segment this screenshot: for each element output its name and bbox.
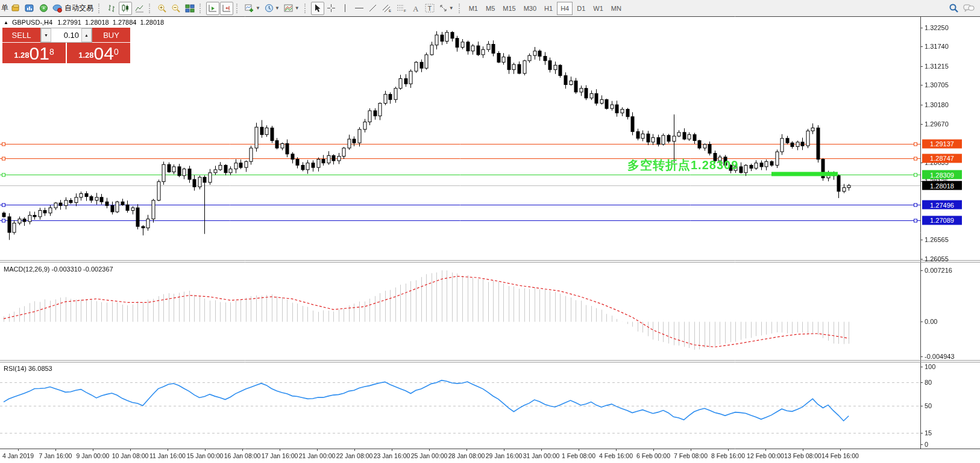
macd-signal-value: -0.002367: [83, 266, 113, 273]
time-axis-label: 22 Jan 08:00: [336, 452, 373, 459]
chat-bubbles-icon: [963, 4, 975, 13]
sell-price-display[interactable]: 1.28 01 8: [2, 43, 66, 63]
buy-price-display[interactable]: 1.28 04 0: [67, 43, 130, 63]
price-chart-canvas[interactable]: [0, 0, 980, 463]
svg-text:T: T: [427, 5, 432, 12]
rsi-indicator-label: RSI(14) 36.0853: [4, 365, 52, 372]
bar-chart-type-button[interactable]: [105, 2, 118, 15]
dropdown-arrow-icon: ▼: [295, 5, 300, 11]
time-axis-label: 12 Feb 00:00: [747, 452, 784, 459]
cursor-button[interactable]: [311, 2, 324, 15]
chat-button[interactable]: [961, 2, 976, 15]
candlestick-chart-type-button[interactable]: [119, 2, 132, 15]
channel-icon: E: [382, 4, 392, 13]
line-chart-type-button[interactable]: [133, 2, 146, 15]
toolbar-grip: [304, 4, 309, 13]
horizontal-line-tool[interactable]: [353, 2, 366, 15]
new-order-button[interactable]: 单: [1, 3, 8, 13]
main-toolbar: 单 自动交易 ▼ ▼: [0, 0, 980, 16]
one-click-trading-panel: SELL ▼ 0.10 ▲ BUY 1.28 01 8 1.28 04 0: [2, 28, 130, 63]
auto-scroll-button[interactable]: [206, 2, 219, 15]
new-chart-icon[interactable]: [9, 2, 22, 15]
indicators-button[interactable]: ▼: [243, 2, 262, 15]
buy-price-big: 04: [94, 45, 114, 62]
time-axis-label: 23 Jan 16:00: [374, 452, 410, 459]
macd-axis-tick: 0.007216: [925, 267, 952, 274]
text-label-tool[interactable]: T: [423, 2, 436, 15]
search-button[interactable]: [947, 2, 961, 15]
autotrading-label: 自动交易: [64, 3, 93, 13]
toolbar-grip: [98, 4, 102, 13]
buy-button[interactable]: BUY: [92, 28, 130, 43]
volume-decrease-button[interactable]: ▼: [41, 28, 51, 42]
autotrading-button[interactable]: 自动交易: [51, 2, 95, 15]
rsi-value: 36.0853: [28, 365, 52, 372]
sell-price-prefix: 1.28: [14, 49, 29, 62]
sell-button[interactable]: SELL: [2, 28, 40, 43]
timeframe-h4[interactable]: H4: [557, 2, 573, 15]
zoom-in-icon: [157, 4, 167, 13]
time-axis-label: 29 Jan 16:00: [486, 452, 523, 459]
time-axis-label: 9 Jan 00:00: [77, 452, 110, 459]
price-line-badge: 1.27089: [922, 216, 962, 225]
timeframe-w1[interactable]: W1: [589, 2, 607, 15]
timeframe-d1[interactable]: D1: [573, 2, 589, 15]
horizontal-line-icon: [354, 5, 364, 11]
zoom-out-button[interactable]: [169, 2, 183, 15]
arrows-tool[interactable]: ▼: [437, 2, 456, 15]
tile-windows-button[interactable]: [183, 2, 196, 15]
text-label-icon: T: [425, 4, 435, 13]
market-watch-icon[interactable]: [37, 2, 50, 15]
svg-text:E: E: [389, 9, 391, 13]
volume-increase-button[interactable]: ▲: [81, 28, 92, 42]
rsi-axis-tick: 50: [925, 402, 932, 409]
templates-button[interactable]: ▼: [282, 2, 301, 15]
autotrading-icon: [52, 4, 63, 13]
price-axis-tick: 1.26055: [925, 255, 949, 263]
equidistant-channel-tool[interactable]: E: [380, 2, 394, 15]
dropdown-arrow-icon: ▼: [449, 5, 454, 11]
quote-high: 1.28018: [85, 19, 109, 26]
zoom-in-button[interactable]: [155, 2, 169, 15]
rsi-name: RSI(14): [4, 365, 27, 372]
trendline-tool[interactable]: [366, 2, 380, 15]
quote-open: 1.27991: [57, 19, 81, 26]
price-line-badge: 1.27496: [922, 200, 962, 210]
time-axis-label: 7 Feb 08:00: [674, 452, 708, 459]
vertical-line-tool[interactable]: [339, 2, 352, 15]
time-axis-label: 17 Jan 16:00: [262, 452, 298, 459]
timeframe-m1[interactable]: M1: [465, 2, 482, 15]
volume-input[interactable]: 0.10: [51, 28, 81, 42]
time-axis-label: 4 Feb 16:00: [599, 452, 633, 459]
timeframe-m30[interactable]: M30: [520, 2, 540, 15]
chart-shift-button[interactable]: [220, 2, 233, 15]
macd-axis-tick: 0.00: [925, 318, 937, 325]
rsi-axis-tick: 0: [925, 441, 928, 448]
profiles-icon[interactable]: [23, 2, 36, 15]
indicators-icon: [245, 4, 254, 13]
sell-price-pip: 8: [49, 43, 54, 61]
price-axis-tick: 1.30180: [925, 101, 949, 108]
timeframe-h1[interactable]: H1: [541, 2, 556, 15]
timeframe-mn[interactable]: MN: [608, 2, 625, 15]
chart-shift-icon: [222, 4, 231, 13]
cursor-icon: [313, 4, 321, 13]
buy-price-pip: 0: [114, 43, 119, 61]
price-axis-tick: 1.29670: [925, 120, 949, 128]
fibonacci-tool[interactable]: F: [395, 2, 409, 15]
time-axis-label: 13 Feb 08:00: [784, 452, 821, 459]
current-price-badge: 1.28018: [922, 181, 962, 190]
macd-main-value: -0.003310: [51, 266, 81, 273]
chart-window-icon: [25, 4, 34, 13]
periods-button[interactable]: ▼: [263, 2, 281, 15]
sell-price-big: 01: [30, 45, 49, 62]
text-tool[interactable]: A: [409, 2, 422, 15]
pivot-annotation-text[interactable]: 多空转折点1.28309: [627, 157, 738, 173]
dropdown-arrow-icon: ▼: [275, 5, 280, 11]
timeframe-m15[interactable]: M15: [499, 2, 519, 15]
crosshair-button[interactable]: [325, 2, 338, 15]
price-line-badge: 1.28747: [922, 154, 962, 163]
time-axis-label: 6 Feb 00:00: [636, 452, 670, 459]
dropdown-arrow-icon: ▼: [256, 5, 260, 11]
timeframe-m5[interactable]: M5: [482, 2, 498, 15]
